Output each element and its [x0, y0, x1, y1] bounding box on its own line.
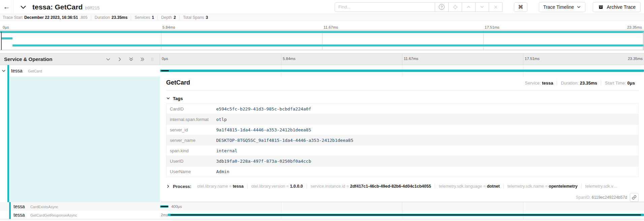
process-section-toggle[interactable]: Process: otel.library.name = tessa otel.…: [166, 182, 639, 190]
detail-meta: Service: tessa Duration: 23.35ms Start T…: [521, 81, 639, 86]
page-title: tessa: GetCardb9ff215: [32, 3, 100, 11]
span-timeline-cell[interactable]: 2ms: [160, 211, 644, 219]
span-timeline-cell[interactable]: 400μs: [160, 202, 644, 211]
operation-name: GetCardGetResponseAsync: [30, 213, 77, 217]
service-name: tessa: [13, 204, 25, 209]
timeline-ticks-header: 0μs 5.84ms 11.67ms 17.51ms 23.35ms: [160, 54, 644, 65]
bottom-gutter: [0, 219, 644, 221]
deep-link-button[interactable]: [630, 193, 639, 202]
trace-id-short: b9ff215: [85, 5, 99, 10]
tags-table: CardIDe594c5fc-b229-41d3-985c-bcbdfa224a…: [166, 103, 639, 177]
link-icon: [632, 195, 637, 200]
header-gridline: [402, 54, 402, 65]
chevron-down-icon: [480, 4, 485, 9]
service-name: tessa: [13, 212, 25, 218]
span-bar-cardexistsasync[interactable]: [160, 206, 168, 208]
minimap-gridline: [322, 30, 323, 50]
trace-minimap: 0μs 5.84ms 11.67ms 17.51ms 23.35ms: [0, 21, 644, 53]
tick-1: 5.84ms: [162, 25, 175, 29]
tag-row: CardIDe594c5fc-b229-41d3-985c-bcbdfa224a…: [166, 104, 639, 114]
service-name: tessa: [11, 68, 22, 73]
chevron-down-icon: [166, 96, 170, 100]
timeline-header-row: Service & Operation || 0μs 5.84ms 11.67m…: [0, 53, 644, 65]
row-gridline: [523, 202, 523, 211]
trace-view-dropdown[interactable]: Trace Timeline: [539, 2, 585, 12]
tag-row: span.kindinternal: [166, 146, 639, 156]
keyboard-shortcuts-button[interactable]: ⌘: [514, 2, 527, 12]
tag-row: UserNameAdmin: [166, 166, 639, 177]
trace-summary-bar: Trace StartDecember 22 2023, 16:36:51.80…: [0, 14, 644, 21]
tick-2: 11.67ms: [324, 25, 338, 29]
find-help-button[interactable]: ?: [435, 2, 449, 12]
find-prev-button[interactable]: [462, 2, 476, 12]
service-operation-header: Service & Operation ||: [0, 54, 160, 65]
service-operation-title: Service & Operation: [4, 56, 52, 62]
operation-name: CardExistsAsync: [30, 205, 58, 209]
column-resizer[interactable]: ||: [151, 57, 155, 61]
tick-3: 17.51ms: [485, 25, 499, 29]
header-tick-2: 11.67ms: [404, 57, 418, 61]
span-detail-section: GetCard Service: tessa Duration: 23.35ms…: [0, 76, 644, 202]
help-icon: ?: [439, 4, 444, 10]
tags-section-toggle[interactable]: Tags: [166, 95, 639, 102]
find-next-button[interactable]: [476, 2, 489, 12]
critical-path-segment: [171, 215, 641, 216]
close-icon: [493, 5, 498, 9]
services-item: Services1: [131, 15, 157, 20]
expand-all-icon[interactable]: [140, 57, 145, 62]
span-id-value: 6119ec249224b57d: [592, 195, 627, 200]
archive-icon: [598, 4, 604, 10]
service-color-accent: [9, 202, 11, 211]
collapse-trace-header-chevron-icon[interactable]: [20, 3, 27, 11]
tag-row: server_nameDESKTOP-8TGQ5SC_9a1f4815-1da4…: [166, 135, 639, 146]
chevron-down-icon: [577, 5, 581, 9]
trace-start-item: Trace StartDecember 22 2023, 16:36:51.80…: [3, 15, 91, 20]
minimap-span-bar-getcard: [0, 31, 644, 33]
chevron-right-icon: [166, 184, 170, 188]
critical-path-segment: [161, 70, 169, 71]
header-tick-4: 23.35ms: [628, 57, 643, 61]
expand-one-icon[interactable]: [117, 57, 122, 62]
top-nav: ← tessa: GetCardb9ff215 ?: [0, 0, 644, 14]
service-color-accent: [9, 211, 11, 219]
chevron-up-icon: [466, 4, 471, 9]
viewport-scrubber-left[interactable]: [1, 32, 2, 50]
find-clear-button[interactable]: [489, 2, 502, 12]
critical-path-segment: [161, 206, 168, 207]
span-bar-getcard[interactable]: [160, 70, 644, 72]
archive-trace-label: Archive Trace: [607, 4, 636, 10]
find-input[interactable]: [335, 2, 435, 12]
span-timeline-cell[interactable]: [160, 65, 644, 76]
minimap-gridline: [483, 30, 484, 50]
span-row-cardexistsasync[interactable]: tessa CardExistsAsync 400μs: [0, 202, 644, 211]
tag-row: server_id9a1f4815-1da4-4446-a353-2412b1d…: [166, 125, 639, 135]
span-id-row: SpanID: 6119ec249224b57d: [166, 193, 639, 202]
span-duration-label: 2ms: [161, 213, 168, 217]
process-items: otel.library.name = tessa otel.library.v…: [193, 184, 621, 189]
service-color-accent: [7, 76, 9, 202]
header-tick-0: 0μs: [162, 57, 168, 61]
locate-icon: [453, 4, 458, 10]
viewport-scrubber-right[interactable]: [643, 32, 644, 50]
span-bar-getcardgetresponseasync[interactable]: [168, 214, 644, 216]
minimap-span-bar-getcardgetresponseasync: [12, 44, 644, 46]
span-row-getcard[interactable]: tessa GetCard: [0, 65, 644, 76]
collapse-span-chevron-icon[interactable]: [1, 68, 6, 73]
focus-span-button[interactable]: [449, 2, 462, 12]
header-tick-1: 5.84ms: [283, 57, 296, 61]
row-gridline: [402, 202, 402, 211]
span-duration-label: 400μs: [171, 204, 182, 209]
minimap-canvas[interactable]: [0, 30, 644, 50]
collapse-one-icon[interactable]: [105, 57, 111, 62]
header-tick-3: 17.51ms: [525, 57, 540, 61]
back-button[interactable]: ←: [0, 0, 13, 14]
collapse-all-icon[interactable]: [128, 57, 134, 62]
header-gridline: [281, 54, 281, 65]
tag-row: UserID3db19fa0-228a-497f-873a-0250bf0a4c…: [166, 156, 639, 166]
detail-header: GetCard Service: tessa Duration: 23.35ms…: [166, 79, 639, 91]
span-rows: tessa GetCard GetCard: [0, 65, 644, 221]
expanded-row-band: [7, 76, 160, 202]
total-spans-item: Total Spans3: [179, 15, 211, 20]
archive-trace-button[interactable]: Archive Trace: [593, 2, 641, 12]
span-row-getcardgetresponseasync[interactable]: tessa GetCardGetResponseAsync 2ms: [0, 211, 644, 219]
